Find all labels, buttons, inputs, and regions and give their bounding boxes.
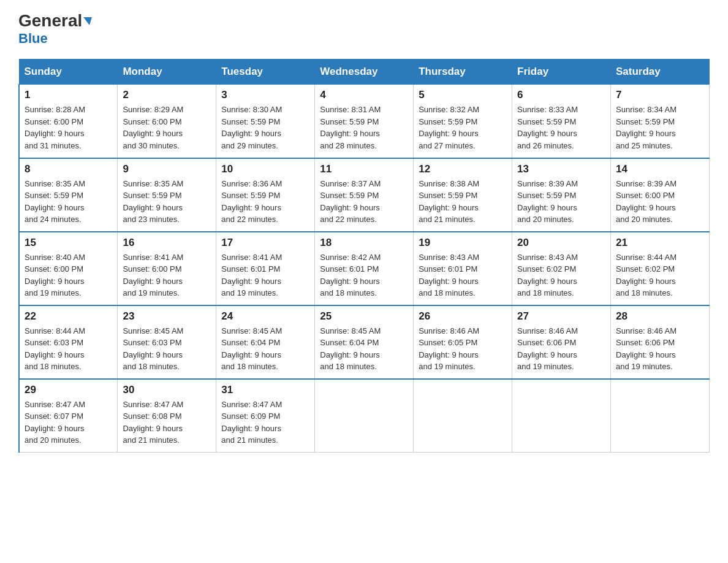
calendar-cell: 20Sunrise: 8:43 AMSunset: 6:02 PMDayligh… (512, 232, 611, 305)
day-number: 5 (419, 89, 507, 101)
calendar-cell: 2Sunrise: 8:29 AMSunset: 6:00 PMDaylight… (118, 85, 216, 158)
calendar-cell (512, 379, 611, 453)
week-row-2: 8Sunrise: 8:35 AMSunset: 5:59 PMDaylight… (19, 158, 710, 232)
day-number: 7 (616, 89, 704, 101)
calendar-cell: 16Sunrise: 8:41 AMSunset: 6:00 PMDayligh… (118, 232, 216, 305)
calendar-cell: 23Sunrise: 8:45 AMSunset: 6:03 PMDayligh… (118, 305, 216, 379)
day-info: Sunrise: 8:36 AMSunset: 5:59 PMDaylight:… (221, 178, 309, 226)
day-number: 16 (123, 237, 211, 249)
header-thursday: Thursday (414, 59, 512, 85)
day-info: Sunrise: 8:34 AMSunset: 5:59 PMDaylight:… (616, 104, 704, 151)
day-info: Sunrise: 8:39 AMSunset: 5:59 PMDaylight:… (517, 178, 605, 226)
calendar-cell: 22Sunrise: 8:44 AMSunset: 6:03 PMDayligh… (19, 305, 118, 379)
calendar-cell: 28Sunrise: 8:46 AMSunset: 6:06 PMDayligh… (611, 305, 710, 379)
day-info: Sunrise: 8:31 AMSunset: 5:59 PMDaylight:… (320, 104, 408, 151)
calendar-cell: 17Sunrise: 8:41 AMSunset: 6:01 PMDayligh… (216, 232, 315, 305)
day-number: 27 (517, 310, 605, 323)
calendar-cell: 24Sunrise: 8:45 AMSunset: 6:04 PMDayligh… (216, 305, 315, 379)
header-wednesday: Wednesday (315, 59, 414, 85)
day-info: Sunrise: 8:45 AMSunset: 6:04 PMDaylight:… (221, 325, 309, 373)
day-number: 10 (221, 163, 309, 175)
day-number: 25 (320, 310, 408, 323)
calendar-cell: 3Sunrise: 8:30 AMSunset: 5:59 PMDaylight… (216, 85, 315, 158)
day-info: Sunrise: 8:43 AMSunset: 6:01 PMDaylight:… (419, 251, 507, 299)
week-row-1: 1Sunrise: 8:28 AMSunset: 6:00 PMDaylight… (19, 85, 710, 158)
calendar-cell: 29Sunrise: 8:47 AMSunset: 6:07 PMDayligh… (19, 379, 118, 453)
calendar-cell: 25Sunrise: 8:45 AMSunset: 6:04 PMDayligh… (315, 305, 414, 379)
header-monday: Monday (118, 59, 216, 85)
day-info: Sunrise: 8:35 AMSunset: 5:59 PMDaylight:… (25, 178, 112, 226)
calendar-cell: 14Sunrise: 8:39 AMSunset: 6:00 PMDayligh… (611, 158, 710, 232)
day-number: 30 (123, 384, 211, 396)
day-number: 3 (221, 89, 309, 101)
calendar-cell (315, 379, 414, 453)
day-info: Sunrise: 8:45 AMSunset: 6:03 PMDaylight:… (123, 325, 211, 373)
day-info: Sunrise: 8:47 AMSunset: 6:08 PMDaylight:… (123, 399, 211, 446)
calendar-cell: 31Sunrise: 8:47 AMSunset: 6:09 PMDayligh… (216, 379, 315, 453)
day-info: Sunrise: 8:30 AMSunset: 5:59 PMDaylight:… (221, 104, 309, 151)
day-number: 31 (221, 384, 309, 396)
day-info: Sunrise: 8:46 AMSunset: 6:05 PMDaylight:… (419, 325, 507, 373)
day-info: Sunrise: 8:38 AMSunset: 5:59 PMDaylight:… (419, 178, 507, 226)
calendar-cell: 10Sunrise: 8:36 AMSunset: 5:59 PMDayligh… (216, 158, 315, 232)
calendar-cell: 15Sunrise: 8:40 AMSunset: 6:00 PMDayligh… (19, 232, 118, 305)
calendar-cell: 7Sunrise: 8:34 AMSunset: 5:59 PMDaylight… (611, 85, 710, 158)
day-number: 17 (221, 237, 309, 249)
calendar-cell: 21Sunrise: 8:44 AMSunset: 6:02 PMDayligh… (611, 232, 710, 305)
day-number: 23 (123, 310, 211, 323)
day-number: 28 (616, 310, 704, 323)
day-info: Sunrise: 8:37 AMSunset: 5:59 PMDaylight:… (320, 178, 408, 226)
day-number: 22 (25, 310, 112, 323)
day-number: 11 (320, 163, 408, 175)
day-info: Sunrise: 8:41 AMSunset: 6:01 PMDaylight:… (221, 251, 309, 299)
calendar-cell: 30Sunrise: 8:47 AMSunset: 6:08 PMDayligh… (118, 379, 216, 453)
day-number: 14 (616, 163, 704, 175)
calendar-cell: 8Sunrise: 8:35 AMSunset: 5:59 PMDaylight… (19, 158, 118, 232)
week-row-3: 15Sunrise: 8:40 AMSunset: 6:00 PMDayligh… (19, 232, 710, 305)
day-number: 12 (419, 163, 507, 175)
calendar-cell: 6Sunrise: 8:33 AMSunset: 5:59 PMDaylight… (512, 85, 611, 158)
logo-blue: Blue (18, 31, 48, 47)
day-info: Sunrise: 8:47 AMSunset: 6:07 PMDaylight:… (25, 399, 112, 446)
week-row-5: 29Sunrise: 8:47 AMSunset: 6:07 PMDayligh… (19, 379, 710, 453)
day-number: 8 (25, 163, 112, 175)
day-info: Sunrise: 8:43 AMSunset: 6:02 PMDaylight:… (517, 251, 605, 299)
header-tuesday: Tuesday (216, 59, 315, 85)
calendar-header-row: SundayMondayTuesdayWednesdayThursdayFrid… (19, 59, 710, 85)
calendar-cell: 13Sunrise: 8:39 AMSunset: 5:59 PMDayligh… (512, 158, 611, 232)
day-number: 24 (221, 310, 309, 323)
calendar-cell: 5Sunrise: 8:32 AMSunset: 5:59 PMDaylight… (414, 85, 512, 158)
day-info: Sunrise: 8:41 AMSunset: 6:00 PMDaylight:… (123, 251, 211, 299)
day-info: Sunrise: 8:44 AMSunset: 6:02 PMDaylight:… (616, 251, 704, 299)
day-info: Sunrise: 8:29 AMSunset: 6:00 PMDaylight:… (123, 104, 211, 151)
day-info: Sunrise: 8:44 AMSunset: 6:03 PMDaylight:… (25, 325, 112, 373)
calendar-cell (414, 379, 512, 453)
day-info: Sunrise: 8:28 AMSunset: 6:00 PMDaylight:… (25, 104, 112, 151)
logo: General Blue (18, 12, 92, 47)
calendar-cell: 4Sunrise: 8:31 AMSunset: 5:59 PMDaylight… (315, 85, 414, 158)
week-row-4: 22Sunrise: 8:44 AMSunset: 6:03 PMDayligh… (19, 305, 710, 379)
day-number: 13 (517, 163, 605, 175)
header-saturday: Saturday (611, 59, 710, 85)
day-number: 19 (419, 237, 507, 249)
day-number: 1 (25, 89, 112, 101)
calendar-table: SundayMondayTuesdayWednesdayThursdayFrid… (18, 59, 710, 453)
day-number: 2 (123, 89, 211, 101)
day-info: Sunrise: 8:47 AMSunset: 6:09 PMDaylight:… (221, 399, 309, 446)
day-info: Sunrise: 8:35 AMSunset: 5:59 PMDaylight:… (123, 178, 211, 226)
calendar-cell (611, 379, 710, 453)
calendar-cell: 19Sunrise: 8:43 AMSunset: 6:01 PMDayligh… (414, 232, 512, 305)
page-header: General Blue (18, 12, 710, 47)
calendar-cell: 1Sunrise: 8:28 AMSunset: 6:00 PMDaylight… (19, 85, 118, 158)
day-info: Sunrise: 8:46 AMSunset: 6:06 PMDaylight:… (616, 325, 704, 373)
calendar-cell: 27Sunrise: 8:46 AMSunset: 6:06 PMDayligh… (512, 305, 611, 379)
day-info: Sunrise: 8:46 AMSunset: 6:06 PMDaylight:… (517, 325, 605, 373)
day-info: Sunrise: 8:45 AMSunset: 6:04 PMDaylight:… (320, 325, 408, 373)
day-number: 18 (320, 237, 408, 249)
day-number: 29 (25, 384, 112, 396)
day-number: 20 (517, 237, 605, 249)
day-info: Sunrise: 8:39 AMSunset: 6:00 PMDaylight:… (616, 178, 704, 226)
header-friday: Friday (512, 59, 611, 85)
day-info: Sunrise: 8:40 AMSunset: 6:00 PMDaylight:… (25, 251, 112, 299)
logo-text: General (18, 12, 92, 29)
